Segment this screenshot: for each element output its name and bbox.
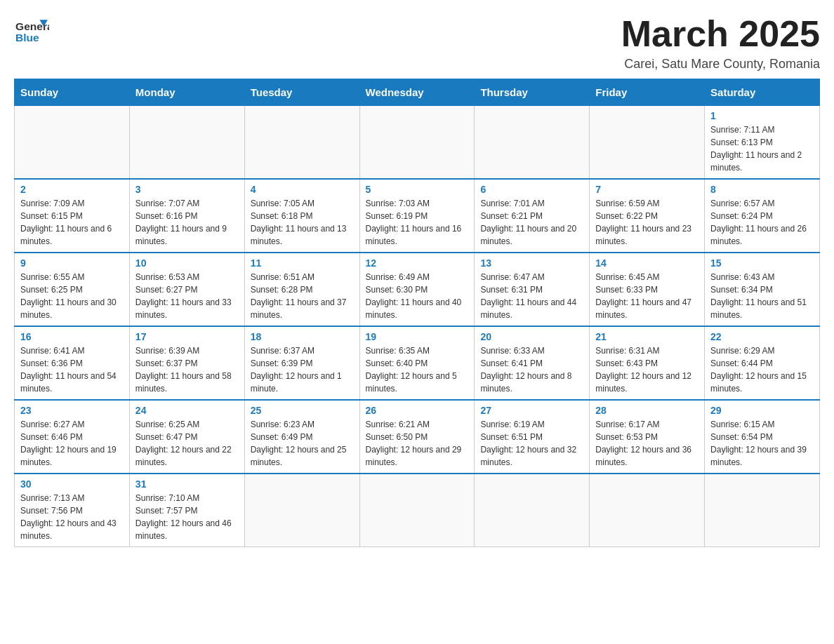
day-number: 2 [20, 184, 124, 195]
day-number: 11 [251, 257, 354, 269]
day-info: Sunrise: 7:03 AMSunset: 6:19 PMDaylight:… [366, 197, 469, 248]
day-number: 8 [710, 184, 814, 195]
calendar-cell: 30Sunrise: 7:13 AMSunset: 7:56 PMDayligh… [15, 474, 130, 547]
day-number: 3 [135, 184, 239, 195]
day-info: Sunrise: 7:11 AMSunset: 6:13 PMDaylight:… [710, 123, 814, 174]
day-number: 13 [480, 257, 583, 269]
calendar-cell: 22Sunrise: 6:29 AMSunset: 6:44 PMDayligh… [705, 326, 820, 400]
day-number: 5 [366, 184, 469, 195]
day-number: 15 [710, 257, 814, 269]
month-title: March 2025 [621, 14, 820, 54]
day-info: Sunrise: 6:55 AMSunset: 6:25 PMDaylight:… [20, 271, 124, 321]
day-number: 24 [135, 405, 239, 416]
weekday-header-saturday: Saturday [705, 79, 820, 106]
day-number: 17 [135, 331, 239, 342]
week-row-1: 2Sunrise: 7:09 AMSunset: 6:15 PMDaylight… [15, 179, 820, 253]
calendar-cell: 25Sunrise: 6:23 AMSunset: 6:49 PMDayligh… [244, 400, 359, 474]
calendar-cell: 18Sunrise: 6:37 AMSunset: 6:39 PMDayligh… [244, 326, 359, 400]
calendar-cell: 5Sunrise: 7:03 AMSunset: 6:19 PMDaylight… [359, 179, 475, 253]
calendar-cell: 15Sunrise: 6:43 AMSunset: 6:34 PMDayligh… [705, 253, 820, 326]
calendar-cell: 9Sunrise: 6:55 AMSunset: 6:25 PMDaylight… [15, 253, 130, 326]
calendar-cell: 4Sunrise: 7:05 AMSunset: 6:18 PMDaylight… [244, 179, 359, 253]
day-number: 22 [710, 331, 814, 342]
day-info: Sunrise: 6:53 AMSunset: 6:27 PMDaylight:… [135, 271, 239, 321]
day-number: 9 [20, 257, 124, 269]
day-info: Sunrise: 7:10 AMSunset: 7:57 PMDaylight:… [135, 492, 239, 542]
calendar-cell: 16Sunrise: 6:41 AMSunset: 6:36 PMDayligh… [15, 326, 130, 400]
day-number: 29 [710, 405, 814, 416]
calendar-cell: 2Sunrise: 7:09 AMSunset: 6:15 PMDaylight… [15, 179, 130, 253]
calendar-cell: 11Sunrise: 6:51 AMSunset: 6:28 PMDayligh… [244, 253, 359, 326]
day-info: Sunrise: 6:33 AMSunset: 6:41 PMDaylight:… [480, 344, 583, 395]
day-number: 30 [20, 478, 124, 490]
day-number: 18 [251, 331, 354, 342]
day-info: Sunrise: 7:05 AMSunset: 6:18 PMDaylight:… [251, 197, 354, 248]
calendar-cell: 14Sunrise: 6:45 AMSunset: 6:33 PMDayligh… [590, 253, 705, 326]
calendar-cell: 28Sunrise: 6:17 AMSunset: 6:53 PMDayligh… [590, 400, 705, 474]
day-number: 25 [251, 405, 354, 416]
week-row-4: 23Sunrise: 6:27 AMSunset: 6:46 PMDayligh… [15, 400, 820, 474]
calendar-cell [244, 106, 359, 180]
weekday-header-row: SundayMondayTuesdayWednesdayThursdayFrid… [15, 79, 820, 106]
calendar-cell: 13Sunrise: 6:47 AMSunset: 6:31 PMDayligh… [475, 253, 590, 326]
calendar-cell: 21Sunrise: 6:31 AMSunset: 6:43 PMDayligh… [590, 326, 705, 400]
day-info: Sunrise: 6:19 AMSunset: 6:51 PMDaylight:… [480, 418, 583, 469]
day-number: 16 [20, 331, 124, 342]
calendar-cell: 20Sunrise: 6:33 AMSunset: 6:41 PMDayligh… [475, 326, 590, 400]
day-info: Sunrise: 7:01 AMSunset: 6:21 PMDaylight:… [480, 197, 583, 248]
day-number: 26 [366, 405, 469, 416]
calendar-cell [475, 106, 590, 180]
weekday-header-wednesday: Wednesday [359, 79, 475, 106]
day-info: Sunrise: 7:09 AMSunset: 6:15 PMDaylight:… [20, 197, 124, 248]
calendar-cell: 27Sunrise: 6:19 AMSunset: 6:51 PMDayligh… [475, 400, 590, 474]
day-info: Sunrise: 6:43 AMSunset: 6:34 PMDaylight:… [710, 271, 814, 321]
day-number: 12 [366, 257, 469, 269]
day-info: Sunrise: 6:45 AMSunset: 6:33 PMDaylight:… [595, 271, 699, 321]
calendar-cell: 3Sunrise: 7:07 AMSunset: 6:16 PMDaylight… [129, 179, 244, 253]
day-number: 20 [480, 331, 583, 342]
day-number: 28 [595, 405, 699, 416]
calendar-cell [475, 474, 590, 547]
day-info: Sunrise: 6:35 AMSunset: 6:40 PMDaylight:… [366, 344, 469, 395]
calendar-cell: 7Sunrise: 6:59 AMSunset: 6:22 PMDaylight… [590, 179, 705, 253]
day-info: Sunrise: 6:37 AMSunset: 6:39 PMDaylight:… [251, 344, 354, 395]
calendar-cell [129, 106, 244, 180]
calendar-cell: 17Sunrise: 6:39 AMSunset: 6:37 PMDayligh… [129, 326, 244, 400]
day-info: Sunrise: 6:47 AMSunset: 6:31 PMDaylight:… [480, 271, 583, 321]
day-info: Sunrise: 6:25 AMSunset: 6:47 PMDaylight:… [135, 418, 239, 469]
calendar-cell [590, 474, 705, 547]
week-row-0: 1Sunrise: 7:11 AMSunset: 6:13 PMDaylight… [15, 106, 820, 180]
location-title: Carei, Satu Mare County, Romania [621, 57, 820, 72]
day-number: 4 [251, 184, 354, 195]
title-block: March 2025 Carei, Satu Mare County, Roma… [621, 14, 820, 72]
day-number: 21 [595, 331, 699, 342]
day-info: Sunrise: 6:21 AMSunset: 6:50 PMDaylight:… [366, 418, 469, 469]
page-header: General Blue March 2025 Carei, Satu Mare… [14, 14, 820, 72]
day-info: Sunrise: 6:51 AMSunset: 6:28 PMDaylight:… [251, 271, 354, 321]
weekday-header-monday: Monday [129, 79, 244, 106]
day-info: Sunrise: 6:59 AMSunset: 6:22 PMDaylight:… [595, 197, 699, 248]
calendar-cell: 12Sunrise: 6:49 AMSunset: 6:30 PMDayligh… [359, 253, 475, 326]
day-info: Sunrise: 6:29 AMSunset: 6:44 PMDaylight:… [710, 344, 814, 395]
day-info: Sunrise: 6:49 AMSunset: 6:30 PMDaylight:… [366, 271, 469, 321]
day-number: 10 [135, 257, 239, 269]
weekday-header-tuesday: Tuesday [244, 79, 359, 106]
calendar-cell [359, 474, 475, 547]
day-number: 27 [480, 405, 583, 416]
calendar-cell: 10Sunrise: 6:53 AMSunset: 6:27 PMDayligh… [129, 253, 244, 326]
day-number: 19 [366, 331, 469, 342]
day-info: Sunrise: 6:23 AMSunset: 6:49 PMDaylight:… [251, 418, 354, 469]
weekday-header-sunday: Sunday [15, 79, 130, 106]
logo-icon: General Blue [14, 14, 49, 46]
calendar-table: SundayMondayTuesdayWednesdayThursdayFrid… [14, 79, 820, 547]
calendar-cell: 26Sunrise: 6:21 AMSunset: 6:50 PMDayligh… [359, 400, 475, 474]
day-number: 1 [710, 110, 814, 121]
day-number: 6 [480, 184, 583, 195]
calendar-cell: 23Sunrise: 6:27 AMSunset: 6:46 PMDayligh… [15, 400, 130, 474]
day-info: Sunrise: 6:27 AMSunset: 6:46 PMDaylight:… [20, 418, 124, 469]
calendar-cell: 19Sunrise: 6:35 AMSunset: 6:40 PMDayligh… [359, 326, 475, 400]
day-info: Sunrise: 6:17 AMSunset: 6:53 PMDaylight:… [595, 418, 699, 469]
logo: General Blue [14, 14, 51, 46]
week-row-3: 16Sunrise: 6:41 AMSunset: 6:36 PMDayligh… [15, 326, 820, 400]
day-info: Sunrise: 6:41 AMSunset: 6:36 PMDaylight:… [20, 344, 124, 395]
